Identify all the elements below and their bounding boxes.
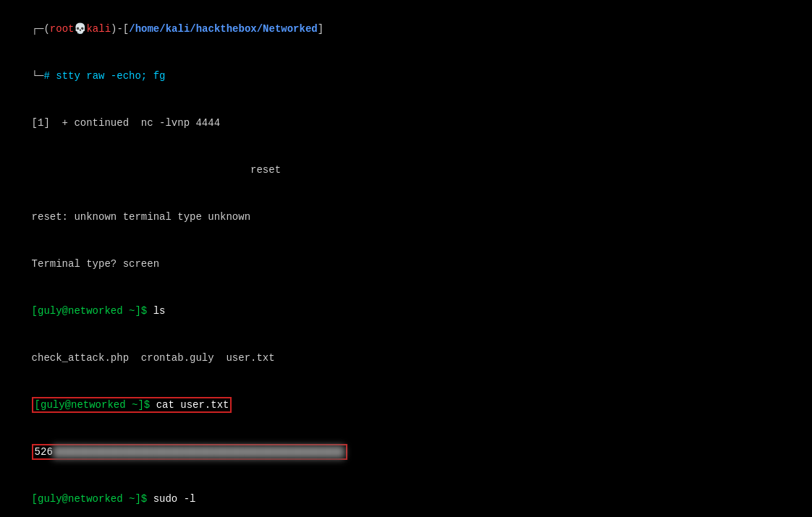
prompt-skull: 💀 bbox=[74, 23, 86, 35]
reset-unknown-line: reset: unknown terminal type unknown bbox=[7, 194, 805, 241]
flag-blurred: ████████████████████████████████████████… bbox=[53, 445, 344, 461]
reset-line: reset bbox=[7, 147, 805, 194]
prompt-root-label: root bbox=[50, 23, 75, 35]
flag-prefix: 526 bbox=[35, 446, 53, 458]
flag-line: 526█████████████████████████████████████… bbox=[7, 430, 805, 477]
terminal-type-text: Terminal type? screen bbox=[32, 258, 159, 270]
ls-cmd: ls bbox=[153, 305, 166, 317]
sudo-l-prompt: [guly@networked ~]$ bbox=[32, 493, 153, 505]
cmd-line-stty: └─# stty raw -echo; fg bbox=[7, 53, 805, 100]
prompt-line-1: ┌─(root💀kali)-[/home/kali/hackthebox/Net… bbox=[7, 6, 805, 53]
prompt-host-label: kali bbox=[86, 23, 111, 35]
reset-unknown-text: reset: unknown terminal type unknown bbox=[32, 211, 250, 223]
cat-cmd-box: [guly@networked ~]$ cat user.txt bbox=[32, 397, 232, 413]
cat-cmd-text: cat user.txt bbox=[156, 399, 229, 411]
cat-cmd-line: [guly@networked ~]$ cat user.txt bbox=[7, 383, 805, 430]
terminal-window: ┌─(root💀kali)-[/home/kali/hackthebox/Net… bbox=[7, 6, 805, 517]
prompt-dir-label: /home/kali/hackthebox/Networked bbox=[129, 23, 317, 35]
prompt-hash: # bbox=[43, 70, 56, 82]
sudo-l-cmd: sudo -l bbox=[153, 493, 196, 505]
flag-box: 526█████████████████████████████████████… bbox=[32, 444, 347, 460]
cat-prompt: [guly@networked ~]$ bbox=[35, 399, 156, 411]
sudo-l-prompt-line: [guly@networked ~]$ sudo -l bbox=[7, 477, 805, 517]
prompt-bracket-open: ┌─( bbox=[32, 23, 50, 35]
prompt-corner: └─ bbox=[32, 70, 44, 82]
prompt-bracket-close: )-[ bbox=[111, 23, 129, 35]
prompt-dir-bracket: ] bbox=[318, 23, 323, 35]
nc-continued-line: [1] + continued nc -lvnp 4444 bbox=[7, 100, 805, 147]
ls-output-text: check_attack.php crontab.guly user.txt bbox=[32, 352, 275, 364]
reset-text: reset bbox=[32, 164, 281, 176]
terminal-type-line: Terminal type? screen bbox=[7, 241, 805, 288]
ls-prompt-text: [guly@networked ~]$ bbox=[32, 305, 153, 317]
nc-text: [1] + continued nc -lvnp 4444 bbox=[32, 117, 220, 129]
stty-cmd: stty raw -echo; fg bbox=[56, 70, 165, 82]
ls-output-line: check_attack.php crontab.guly user.txt bbox=[7, 335, 805, 382]
ls-prompt-line: [guly@networked ~]$ ls bbox=[7, 288, 805, 335]
